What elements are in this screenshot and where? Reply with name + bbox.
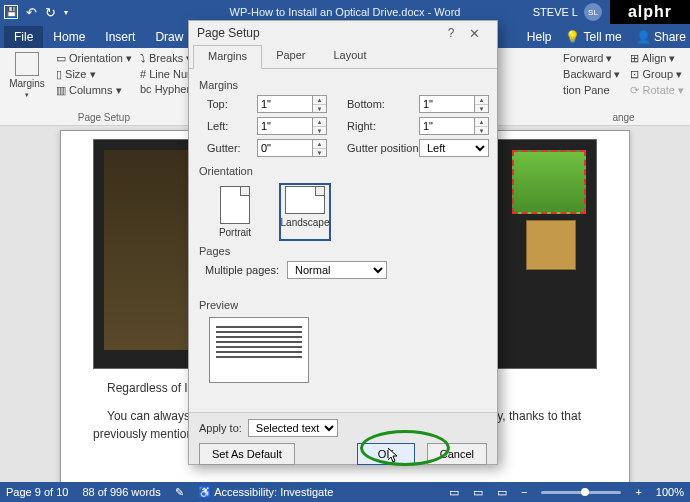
view-read-icon[interactable]: ▭ (449, 486, 459, 499)
gutter-input[interactable] (257, 139, 313, 157)
top-input[interactable] (257, 95, 313, 113)
tab-draw[interactable]: Draw (145, 26, 193, 48)
dialog-footer: Apply to: Selected text Set As Default O… (189, 412, 497, 464)
landscape-button[interactable]: Landscape (279, 183, 331, 241)
group-label-pagesetup: Page Setup (6, 110, 202, 125)
rotate-button[interactable]: ⟳ Rotate ▾ (630, 84, 684, 97)
landscape-icon (285, 186, 325, 214)
selection-pane-button[interactable]: tion Pane (563, 84, 620, 96)
share-button[interactable]: 👤 Share (636, 30, 686, 44)
status-page[interactable]: Page 9 of 10 (6, 486, 68, 498)
tellme[interactable]: 💡 Tell me (565, 30, 621, 44)
redo-icon[interactable]: ↻ (45, 5, 56, 20)
gutter-position-label: Gutter position: (343, 142, 413, 154)
tab-file[interactable]: File (4, 26, 43, 48)
section-orientation: Orientation (199, 165, 487, 177)
chevron-down-icon: ▾ (25, 91, 29, 99)
dialog-tabs: Margins Paper Layout (189, 45, 497, 69)
dialog-titlebar: Page Setup ? ✕ (189, 21, 497, 45)
close-icon[interactable]: ✕ (459, 26, 489, 41)
page-setup-dialog: Page Setup ? ✕ Margins Paper Layout Marg… (188, 20, 498, 465)
set-default-button[interactable]: Set As Default (199, 443, 295, 465)
orientation-button[interactable]: ▭ Orientation ▾ (56, 52, 132, 65)
group-label-arrange: ange (563, 110, 684, 125)
portrait-icon (220, 186, 250, 224)
spinner-arrows[interactable]: ▲▼ (475, 95, 489, 113)
portrait-button[interactable]: Portrait (209, 183, 261, 241)
dialog-title: Page Setup (197, 26, 260, 40)
multiple-pages-label: Multiple pages: (205, 264, 279, 276)
dialog-tab-paper[interactable]: Paper (262, 45, 319, 68)
section-preview: Preview (199, 299, 487, 311)
multiple-pages-select[interactable]: Normal (287, 261, 387, 279)
view-web-icon[interactable]: ▭ (497, 486, 507, 499)
status-bar: Page 9 of 10 88 of 996 words ✎ ♿ Accessi… (0, 482, 690, 502)
spinner-arrows[interactable]: ▲▼ (313, 117, 327, 135)
section-margins: Margins (199, 79, 487, 91)
status-words[interactable]: 88 of 996 words (82, 486, 160, 498)
bottom-input[interactable] (419, 95, 475, 113)
view-print-icon[interactable]: ▭ (473, 486, 483, 499)
bring-forward-button[interactable]: Forward ▾ (563, 52, 620, 65)
spellcheck-icon[interactable]: ✎ (175, 486, 184, 499)
columns-button[interactable]: ▥ Columns ▾ (56, 84, 132, 97)
margins-button[interactable]: Margins ▾ (6, 52, 48, 99)
applyto-select[interactable]: Selected text (248, 419, 338, 437)
quick-access-toolbar: 💾 ↶ ↻ ▾ (4, 5, 68, 20)
dialog-tab-margins[interactable]: Margins (193, 45, 262, 69)
spinner-arrows[interactable]: ▲▼ (475, 117, 489, 135)
tab-insert[interactable]: Insert (95, 26, 145, 48)
margins-icon (15, 52, 39, 76)
tab-help[interactable]: Help (527, 30, 552, 44)
zoom-minus-icon[interactable]: − (521, 486, 527, 498)
gutter-label: Gutter: (203, 142, 251, 154)
left-input[interactable] (257, 117, 313, 135)
undo-icon[interactable]: ↶ (26, 5, 37, 20)
left-label: Left: (203, 120, 251, 132)
help-icon[interactable]: ? (443, 26, 459, 40)
qat-more-icon[interactable]: ▾ (64, 8, 68, 17)
section-pages: Pages (199, 245, 487, 257)
tab-home[interactable]: Home (43, 26, 95, 48)
align-button[interactable]: ⊞ Align ▾ (630, 52, 684, 65)
ok-button[interactable]: OK (357, 443, 415, 465)
brand-logo: alphr (610, 0, 690, 24)
zoom-level[interactable]: 100% (656, 486, 684, 498)
avatar: SL (584, 3, 602, 21)
user-name: STEVE L (533, 6, 578, 18)
applyto-label: Apply to: (199, 422, 242, 434)
right-label: Right: (343, 120, 413, 132)
preview-box (209, 317, 309, 383)
ribbon-group-pagesetup: Margins ▾ ▭ Orientation ▾ ▯ Size ▾ ▥ Col… (6, 52, 202, 125)
document-title: WP-How to Install an Optical Drive.docx … (230, 6, 461, 18)
size-button[interactable]: ▯ Size ▾ (56, 68, 132, 81)
group-button[interactable]: ⊡ Group ▾ (630, 68, 684, 81)
send-backward-button[interactable]: Backward ▾ (563, 68, 620, 81)
bottom-label: Bottom: (343, 98, 413, 110)
gutter-position-select[interactable]: Left (419, 139, 489, 157)
spinner-arrows[interactable]: ▲▼ (313, 139, 327, 157)
zoom-plus-icon[interactable]: + (635, 486, 641, 498)
top-label: Top: (203, 98, 251, 110)
zoom-slider[interactable] (541, 491, 621, 494)
save-icon[interactable]: 💾 (4, 5, 18, 19)
spinner-arrows[interactable]: ▲▼ (313, 95, 327, 113)
user-area[interactable]: STEVE L SL (533, 3, 602, 21)
right-input[interactable] (419, 117, 475, 135)
accessibility-button[interactable]: ♿ Accessibility: Investigate (198, 486, 334, 499)
dialog-tab-layout[interactable]: Layout (319, 45, 380, 68)
cancel-button[interactable]: Cancel (427, 443, 487, 465)
